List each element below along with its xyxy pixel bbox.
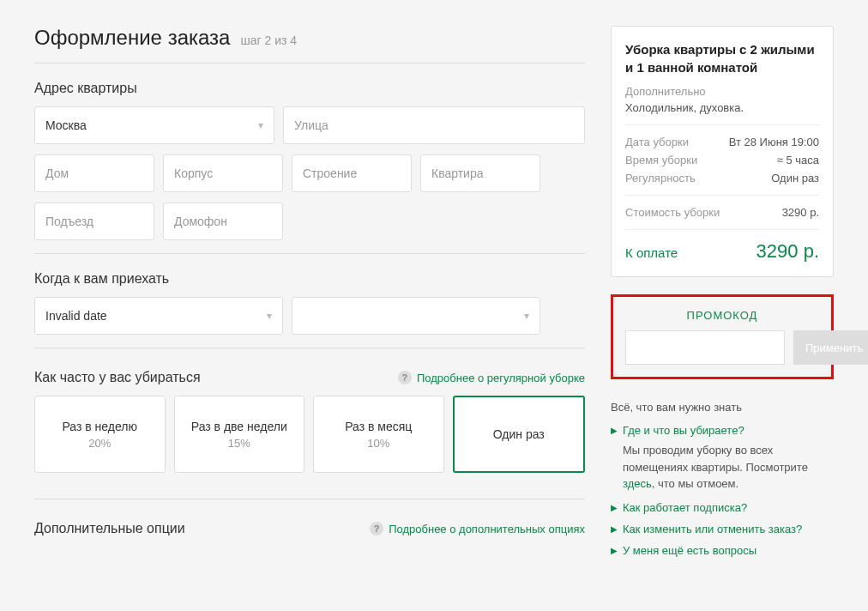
faq-question[interactable]: ▶Где и что вы убираете? — [611, 424, 834, 437]
address-section-title: Адрес квартиры — [34, 81, 585, 96]
frequency-help-link[interactable]: ? Подробнее о регулярной уборке — [398, 371, 585, 384]
building-input[interactable] — [292, 154, 412, 192]
faq-question[interactable]: ▶Как работает подписка? — [611, 501, 834, 514]
frequency-option-label: Раз в неделю — [62, 420, 137, 433]
extras-section-title: Дополнительные опции — [34, 521, 185, 536]
chevron-down-icon: ▾ — [258, 119, 263, 131]
summary-date-label: Дата уборки — [625, 136, 689, 148]
faq-item: ▶У меня ещё есть вопросы — [611, 544, 834, 557]
faq-answer: Мы проводим уборку во всех помещениях кв… — [623, 442, 834, 493]
summary-cost-label: Стоимость уборки — [625, 206, 720, 219]
faq-header: Всё, что вам нужно знать — [611, 401, 834, 414]
frequency-option[interactable]: Один раз — [453, 396, 586, 473]
caret-right-icon: ▶ — [611, 546, 618, 555]
frequency-option-discount: 15% — [228, 437, 250, 450]
intercom-input[interactable] — [163, 203, 283, 240]
faq-answer-link[interactable]: здесь — [623, 477, 652, 490]
date-select[interactable]: Invalid date ▾ — [34, 297, 283, 335]
frequency-option[interactable]: Раз в месяц10% — [313, 396, 444, 473]
page-title: Оформление заказа — [34, 26, 230, 50]
caret-right-icon: ▶ — [611, 503, 618, 512]
summary-addl-label: Дополнительно — [625, 85, 819, 98]
extras-help-link[interactable]: ? Подробнее о дополнительных опциях — [370, 522, 585, 535]
faq-question[interactable]: ▶Как изменить или отменить заказ? — [611, 523, 834, 535]
frequency-option-label: Один раз — [493, 427, 545, 441]
caret-right-icon: ▶ — [611, 426, 618, 435]
apartment-input[interactable] — [420, 154, 540, 192]
faq-item: ▶Как изменить или отменить заказ? — [611, 523, 834, 535]
faq-question[interactable]: ▶У меня ещё есть вопросы — [611, 544, 834, 557]
faq-item: ▶Как работает подписка? — [611, 501, 834, 514]
summary-date-value: Вт 28 Июня 19:00 — [729, 136, 819, 148]
frequency-option-discount: 20% — [88, 437, 111, 450]
city-select[interactable]: Москва ▾ — [34, 106, 274, 144]
summary-title: Уборка квартиры с 2 жилыми и 1 ванной ко… — [625, 40, 819, 76]
summary-total-label: К оплате — [625, 245, 678, 260]
frequency-option-label: Раз в месяц — [345, 420, 412, 433]
step-indicator: шаг 2 из 4 — [240, 33, 297, 47]
promo-input[interactable] — [625, 330, 785, 365]
block-input[interactable] — [163, 154, 283, 192]
entrance-input[interactable] — [34, 203, 154, 240]
faq-item: ▶Где и что вы убираете?Мы проводим уборк… — [611, 424, 834, 493]
divider — [34, 348, 585, 348]
frequency-options: Раз в неделю20%Раз в две недели15%Раз в … — [34, 396, 585, 473]
promo-box: ПРОМОКОД Применить — [611, 294, 834, 379]
city-value: Москва — [45, 118, 87, 132]
summary-duration-label: Время уборки — [625, 154, 697, 166]
house-input[interactable] — [34, 154, 154, 192]
summary-regularity-value: Один раз — [771, 172, 819, 185]
frequency-option[interactable]: Раз в две недели15% — [174, 396, 305, 473]
divider — [34, 499, 585, 499]
frequency-option-discount: 10% — [367, 437, 389, 450]
frequency-option-label: Раз в две недели — [191, 420, 287, 433]
faq-section: Всё, что вам нужно знать ▶Где и что вы у… — [611, 401, 834, 557]
summary-addl-text: Холодильник, духовка. — [625, 101, 819, 114]
help-icon: ? — [398, 371, 412, 384]
promo-apply-button[interactable]: Применить — [793, 330, 868, 365]
summary-total-value: 3290 р. — [756, 240, 819, 263]
chevron-down-icon: ▾ — [267, 310, 272, 322]
order-summary: Уборка квартиры с 2 жилыми и 1 ванной ко… — [611, 26, 834, 277]
promo-title: ПРОМОКОД — [625, 309, 819, 322]
help-icon: ? — [370, 522, 383, 535]
summary-duration-value: ≈ 5 часа — [777, 154, 819, 166]
summary-cost-value: 3290 р. — [782, 206, 819, 219]
page-header: Оформление заказа шаг 2 из 4 — [34, 26, 585, 50]
divider — [34, 253, 585, 254]
frequency-option[interactable]: Раз в неделю20% — [34, 396, 166, 473]
chevron-down-icon: ▾ — [524, 310, 529, 322]
street-input[interactable] — [283, 106, 585, 144]
divider — [34, 63, 585, 64]
time-select[interactable]: ▾ — [292, 297, 540, 335]
datetime-section-title: Когда к вам приехать — [34, 271, 585, 287]
summary-regularity-label: Регулярность — [625, 172, 696, 185]
caret-right-icon: ▶ — [611, 524, 618, 534]
frequency-section-title: Как часто у вас убираться — [34, 370, 201, 385]
date-value: Invalid date — [45, 309, 107, 323]
